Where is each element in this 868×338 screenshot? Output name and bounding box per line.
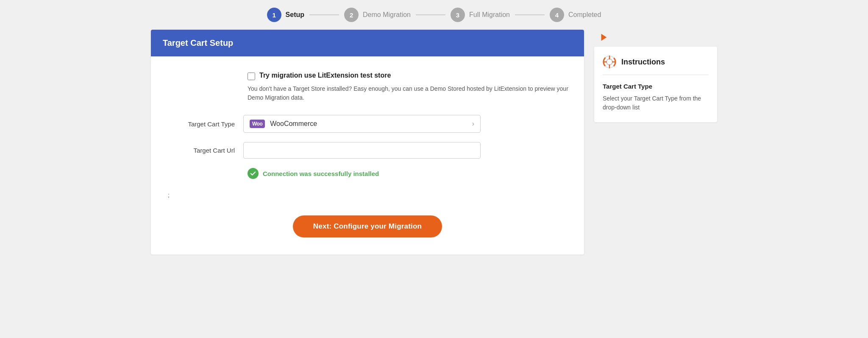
woo-icon: Woo [250, 120, 265, 128]
instructions-header: Instructions [603, 55, 709, 75]
panel-header: Target Cart Setup [151, 30, 584, 56]
connector-1 [309, 14, 339, 15]
svg-marker-0 [601, 34, 607, 41]
step-2-label: Demo Migration [363, 11, 411, 19]
left-panel: Target Cart Setup Try migration use LitE… [151, 30, 584, 254]
cart-url-input[interactable] [243, 142, 481, 159]
cart-type-selector[interactable]: Woo WooCommerce › [243, 115, 481, 133]
cart-url-row: Target Cart Url [163, 142, 572, 159]
checkmark-icon [250, 170, 256, 176]
right-panel: Instructions Target Cart Type Select you… [594, 30, 717, 254]
play-icon [599, 33, 608, 42]
svg-point-4 [606, 59, 612, 65]
connector-2 [416, 14, 445, 15]
instructions-panel: Instructions Target Cart Type Select you… [594, 47, 717, 122]
chevron-right-icon: › [472, 120, 474, 128]
cart-type-name: WooCommerce [270, 120, 317, 128]
step-3: 3 Full Migration [451, 8, 510, 22]
stepper: 1 Setup 2 Demo Migration 3 Full Migratio… [0, 0, 868, 30]
success-text: Connection was successfully installed [263, 170, 379, 177]
success-icon [248, 168, 259, 179]
panel-title: Target Cart Setup [163, 38, 233, 47]
success-row: Connection was successfully installed [248, 168, 572, 179]
instr-section-desc: Select your Target Cart Type from the dr… [603, 94, 709, 112]
panel-body: Try migration use LitExtension test stor… [151, 56, 584, 254]
semicolon-note: ; [168, 192, 572, 198]
try-migration-desc: You don't have a Target Store installed?… [248, 84, 572, 102]
connector-3 [515, 14, 545, 15]
step-4-label: Completed [568, 11, 601, 19]
step-1-label: Setup [286, 11, 304, 19]
step-3-label: Full Migration [469, 11, 510, 19]
cart-type-left: Woo WooCommerce [250, 120, 317, 128]
try-migration-checkbox[interactable] [248, 73, 255, 80]
main-layout: Target Cart Setup Try migration use LitE… [137, 30, 731, 268]
cart-url-label: Target Cart Url [163, 147, 243, 154]
cart-type-control: Woo WooCommerce › [243, 115, 481, 133]
step-3-circle: 3 [451, 8, 465, 22]
step-4: 4 Completed [550, 8, 601, 22]
try-migration-row: Try migration use LitExtension test stor… [248, 72, 572, 80]
cart-url-control [243, 142, 481, 159]
cart-type-label: Target Cart Type [163, 120, 243, 128]
instr-section-title: Target Cart Type [603, 83, 709, 90]
step-2: 2 Demo Migration [344, 8, 411, 22]
step-1: 1 Setup [267, 8, 304, 22]
instructions-title: Instructions [621, 58, 665, 67]
step-1-circle: 1 [267, 8, 281, 22]
step-2-circle: 2 [344, 8, 359, 22]
cart-type-row: Target Cart Type Woo WooCommerce › [163, 115, 572, 133]
try-migration-label: Try migration use LitExtension test stor… [259, 72, 391, 79]
panel-toggle[interactable] [596, 30, 611, 45]
lifebuoy-icon [603, 55, 616, 69]
next-button[interactable]: Next: Configure your Migration [293, 215, 442, 237]
step-4-circle: 4 [550, 8, 564, 22]
